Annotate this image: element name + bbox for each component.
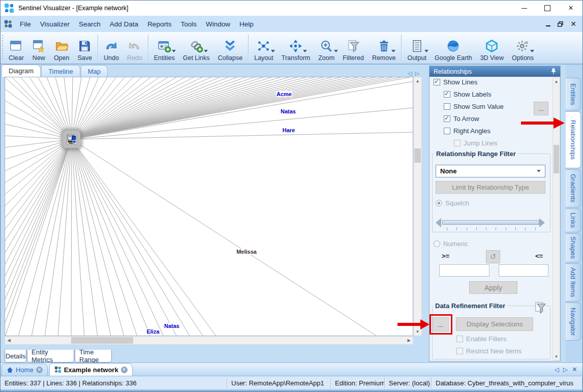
panel-header[interactable]: Relationships: [429, 66, 560, 77]
toolbar-entities-button[interactable]: Entities: [150, 32, 179, 64]
menu-reports[interactable]: Reports: [143, 18, 176, 31]
slider-left-handle[interactable]: [436, 218, 441, 227]
reset-range-button[interactable]: ↺: [486, 250, 500, 263]
toolbar-save-button[interactable]: Save: [73, 32, 96, 64]
close-tab-icon[interactable]: ✕: [36, 367, 43, 373]
range-filter-dropdown[interactable]: None: [436, 165, 545, 177]
doc-close-icon[interactable]: ✕: [572, 366, 577, 373]
central-entity-node[interactable]: [63, 131, 80, 148]
diagram-vertical-scrollbar[interactable]: ▲ ▼: [413, 77, 422, 336]
toolbar-clear-button[interactable]: Clear: [5, 32, 28, 64]
mdi-minimize-button[interactable]: [546, 21, 550, 26]
toolbar-redo-button[interactable]: Redo: [123, 32, 146, 64]
menu-add-data[interactable]: Add Data: [105, 18, 143, 31]
side-tab-shapes[interactable]: Shapes: [566, 233, 581, 262]
numeric-row[interactable]: Numeric: [434, 240, 468, 248]
scroll-up-icon[interactable]: ▲: [414, 77, 421, 85]
side-tab-navigator[interactable]: Navigator: [566, 303, 581, 341]
show-labels-row[interactable]: Show Labels: [444, 91, 491, 98]
enable-filters-checkbox[interactable]: [456, 336, 463, 342]
close-tab-icon[interactable]: ✕: [121, 367, 128, 373]
squelch-slider-track[interactable]: [442, 220, 539, 225]
display-selections-button[interactable]: Display Selections: [456, 317, 533, 331]
show-sum-value-row[interactable]: Show Sum Value: [444, 103, 504, 110]
mdi-restore-button[interactable]: [558, 21, 563, 27]
scroll-right-icon[interactable]: ▶: [405, 337, 413, 344]
toolbar-undo-button[interactable]: Undo: [100, 32, 123, 64]
toolbar-output-button[interactable]: Output: [403, 32, 431, 64]
window-close-button[interactable]: ×: [559, 1, 582, 16]
menu-window[interactable]: Window: [201, 18, 235, 31]
doc-tab-home[interactable]: Home ✕: [2, 364, 48, 376]
show-lines-checkbox[interactable]: [434, 79, 440, 85]
tabstrip-scroll-right-icon[interactable]: ▷: [415, 70, 419, 77]
toolbar-options-button[interactable]: Options: [508, 32, 538, 64]
side-tab-relationships[interactable]: Relationships: [566, 111, 581, 168]
side-tab-gradients[interactable]: Gradients: [566, 169, 581, 207]
side-tab-entities[interactable]: Entities: [566, 78, 581, 110]
restrict-new-items-row[interactable]: Restrict New Items: [456, 347, 521, 355]
tab-details[interactable]: Details: [5, 350, 26, 363]
toolbar-remove-button[interactable]: Remove: [368, 32, 400, 64]
tab-diagram[interactable]: Diagram: [2, 65, 41, 77]
numeric-radio[interactable]: [434, 240, 440, 247]
to-arrow-row[interactable]: To Arrow: [444, 115, 479, 123]
toolbar-get-links-button[interactable]: Get Links: [179, 32, 214, 64]
numeric-min-input[interactable]: [439, 264, 489, 277]
limit-by-relationship-type-button[interactable]: Limit by Relationship Type: [436, 181, 545, 194]
diagram-canvas[interactable]: AcmeNatasHareMelissaNatasEliza: [5, 77, 413, 336]
toolbar-zoom-button[interactable]: Zoom: [314, 32, 339, 64]
toolbar-transform-button[interactable]: Transform: [278, 32, 315, 64]
menu-search[interactable]: Search: [74, 18, 105, 31]
window-maximize-button[interactable]: [536, 1, 559, 16]
jump-lines-checkbox[interactable]: [454, 140, 461, 146]
show-lines-row[interactable]: Show Lines: [434, 78, 477, 86]
toolbar-new-button[interactable]: New: [28, 32, 50, 64]
right-angles-row[interactable]: Right Angles: [444, 127, 490, 135]
menu-visualizer[interactable]: Visualizer: [36, 18, 74, 31]
tab-entity-metrics[interactable]: Entity Metrics: [27, 350, 74, 363]
enable-filters-row[interactable]: Enable Filters: [456, 335, 506, 343]
restrict-new-items-checkbox[interactable]: [456, 348, 463, 354]
mdi-close-button[interactable]: ✕: [570, 20, 576, 27]
tab-time-range[interactable]: Time Range: [75, 350, 112, 363]
pushpin-icon[interactable]: [551, 68, 556, 75]
toolbar-google-earth-button[interactable]: Google Earth: [431, 32, 476, 64]
show-sum-value-checkbox[interactable]: [444, 103, 450, 110]
toolbar-grip[interactable]: [1, 35, 4, 61]
tab-map[interactable]: Map: [81, 65, 108, 77]
side-tab-add-items[interactable]: Add Items: [566, 263, 581, 301]
toolbar-collapse-button[interactable]: Collapse: [214, 32, 247, 64]
numeric-max-input[interactable]: [499, 264, 548, 277]
jump-lines-row[interactable]: Jump Lines: [454, 139, 497, 147]
sum-value-more-button[interactable]: ...: [534, 102, 548, 115]
tabstrip-scroll-left-icon[interactable]: ◁: [408, 70, 412, 77]
panel-scroll-thumb[interactable]: [554, 145, 559, 173]
toolbar-layout-button[interactable]: Layout: [250, 32, 278, 64]
panel-scroll-down-icon[interactable]: ▼: [553, 353, 560, 360]
panel-scroll-up-icon[interactable]: ▲: [553, 78, 560, 85]
toolbar-3d-view-button[interactable]: 3D View: [476, 32, 508, 64]
toolbar-filtered-button[interactable]: Filtered: [339, 32, 368, 64]
show-labels-checkbox[interactable]: [444, 91, 450, 98]
toolbar-open-button[interactable]: Open: [50, 32, 74, 64]
side-tab-links[interactable]: Links: [566, 208, 581, 232]
menu-file[interactable]: File: [15, 18, 36, 31]
menu-tools[interactable]: Tools: [176, 18, 201, 31]
squelch-radio[interactable]: [436, 200, 442, 206]
doc-scroll-right-icon[interactable]: ▷: [563, 366, 568, 373]
squelch-row[interactable]: Squelch: [436, 199, 469, 207]
slider-right-handle[interactable]: [539, 218, 545, 227]
doc-tab-example-network[interactable]: Example network ✕: [49, 363, 133, 376]
doc-scroll-left-icon[interactable]: ◁: [555, 366, 559, 373]
scroll-left-icon[interactable]: ◀: [5, 337, 13, 344]
window-minimize-button[interactable]: [512, 1, 536, 16]
apply-button[interactable]: Apply: [469, 281, 517, 294]
tab-timeline[interactable]: Timeline: [41, 65, 80, 77]
diagram-horizontal-scrollbar[interactable]: ◀ ▶: [5, 336, 413, 345]
menu-help[interactable]: Help: [235, 18, 258, 31]
to-arrow-checkbox[interactable]: [444, 115, 450, 122]
horizontal-scroll-thumb[interactable]: [71, 337, 133, 344]
vertical-scroll-thumb[interactable]: [414, 148, 421, 163]
right-angles-checkbox[interactable]: [444, 128, 450, 134]
